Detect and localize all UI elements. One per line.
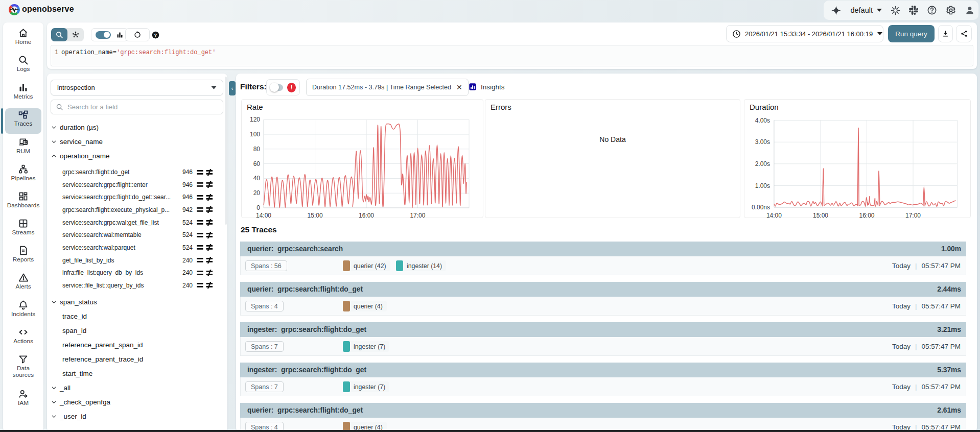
svg-text:?: ? bbox=[154, 33, 157, 38]
svg-text:40: 40 bbox=[253, 175, 261, 182]
svg-text:2.00s: 2.00s bbox=[755, 160, 770, 167]
svg-text:15:00: 15:00 bbox=[308, 212, 323, 219]
svg-text:16:00: 16:00 bbox=[359, 212, 374, 219]
svg-text:100: 100 bbox=[250, 131, 260, 138]
svg-text:120: 120 bbox=[250, 116, 260, 123]
svg-text:14:00: 14:00 bbox=[766, 212, 782, 219]
svg-text:15:00: 15:00 bbox=[813, 212, 828, 219]
svg-text:20: 20 bbox=[253, 189, 261, 197]
svg-text:0.00ns: 0.00ns bbox=[752, 204, 770, 211]
svg-text:14:00: 14:00 bbox=[256, 212, 271, 219]
svg-text:1.00s: 1.00s bbox=[755, 182, 770, 189]
svg-text:17:00: 17:00 bbox=[410, 212, 425, 219]
svg-text:4.00s: 4.00s bbox=[755, 117, 770, 124]
svg-text:0: 0 bbox=[256, 204, 260, 211]
svg-text:3.00s: 3.00s bbox=[755, 138, 770, 146]
svg-text:17:00: 17:00 bbox=[905, 212, 921, 219]
svg-text:16:00: 16:00 bbox=[859, 212, 874, 219]
svg-text:80: 80 bbox=[253, 146, 261, 153]
svg-text:60: 60 bbox=[253, 160, 261, 167]
